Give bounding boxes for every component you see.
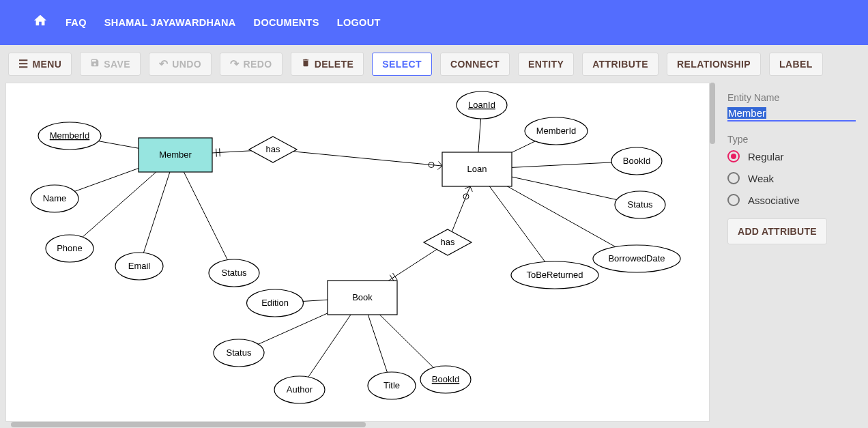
canvas-wrap: MemberIdNamePhoneEmailStatusLoanIdMember… xyxy=(5,83,715,427)
attribute-tobereturned[interactable]: ToBeReturned xyxy=(526,270,583,280)
attribute-status[interactable]: Status xyxy=(227,347,252,358)
svg-line-20 xyxy=(437,166,442,169)
redo-icon: ↷ xyxy=(230,59,239,70)
relationship-button[interactable]: RELATIONSHIP xyxy=(667,53,761,76)
attribute-email[interactable]: Email xyxy=(128,261,151,271)
relationship-has2[interactable]: has xyxy=(441,237,455,247)
type-label: Type xyxy=(727,134,856,145)
svg-line-21 xyxy=(439,162,442,167)
attribute-loanid[interactable]: LoanId xyxy=(468,100,495,110)
attribute-button[interactable]: ATTRIBUTE xyxy=(582,53,659,76)
radio-icon xyxy=(727,150,740,162)
er-canvas[interactable]: MemberIdNamePhoneEmailStatusLoanIdMember… xyxy=(5,83,710,422)
label-button[interactable]: LABEL xyxy=(769,53,823,76)
type-radio-associative[interactable]: Associative xyxy=(727,194,856,206)
svg-line-24 xyxy=(470,186,472,192)
svg-line-29 xyxy=(393,273,398,280)
relationship-has1[interactable]: has xyxy=(266,144,280,154)
nav-faq[interactable]: FAQ xyxy=(66,17,87,28)
undo-icon: ↶ xyxy=(159,59,168,70)
type-radio-regular[interactable]: Regular xyxy=(727,150,856,162)
nav-user[interactable]: SHAMAL JAYAWARDHANA xyxy=(104,17,236,28)
select-button[interactable]: SELECT xyxy=(372,53,432,76)
attribute-borroweddate[interactable]: BorrowedDate xyxy=(608,253,665,263)
entity-loan[interactable]: Loan xyxy=(467,164,487,174)
entity-button[interactable]: ENTITY xyxy=(518,53,574,76)
save-icon xyxy=(90,58,100,70)
entity-member[interactable]: Member xyxy=(159,149,192,160)
attribute-name[interactable]: Name xyxy=(43,193,67,203)
svg-line-18 xyxy=(220,148,220,156)
connect-button[interactable]: CONNECT xyxy=(440,53,510,76)
top-navbar: FAQ SHAMAL JAYAWARDHANA DOCUMENTS LOGOUT xyxy=(0,0,868,45)
redo-button: ↷REDO xyxy=(220,53,282,76)
properties-panel: Entity Name Member Type Regular Weak Ass… xyxy=(715,83,868,427)
entity-name-label: Entity Name xyxy=(727,92,856,103)
radio-icon xyxy=(727,194,740,206)
attribute-status[interactable]: Status xyxy=(222,268,247,278)
entity-name-input[interactable]: Member xyxy=(727,106,856,122)
attribute-memberid[interactable]: MemberId xyxy=(536,126,577,136)
nav-logout[interactable]: LOGOUT xyxy=(337,17,381,28)
toolbar: ☰MENU SAVE ↶UNDO ↷REDO DELETE SELECT CON… xyxy=(0,45,868,83)
trash-icon xyxy=(301,58,310,70)
attribute-bookid[interactable]: BookId xyxy=(623,156,650,166)
attribute-title[interactable]: Title xyxy=(384,380,400,390)
add-attribute-button[interactable]: ADD ATTRIBUTE xyxy=(727,218,827,244)
menu-button[interactable]: ☰MENU xyxy=(8,53,72,76)
entity-book[interactable]: Book xyxy=(352,292,373,302)
svg-line-17 xyxy=(216,149,217,157)
attribute-status[interactable]: Status xyxy=(628,199,653,210)
attribute-edition[interactable]: Edition xyxy=(261,298,289,308)
radio-icon xyxy=(727,172,740,184)
undo-button: ↶UNDO xyxy=(149,53,212,76)
type-radio-weak[interactable]: Weak xyxy=(727,172,856,184)
hamburger-icon: ☰ xyxy=(18,59,28,70)
delete-button[interactable]: DELETE xyxy=(291,52,364,76)
attribute-phone[interactable]: Phone xyxy=(57,243,83,253)
svg-line-4 xyxy=(175,155,234,273)
save-button: SAVE xyxy=(80,52,141,76)
attribute-author[interactable]: Author xyxy=(287,384,313,395)
attribute-bookid[interactable]: BookId xyxy=(432,374,459,384)
vertical-scrollbar[interactable] xyxy=(710,83,715,422)
nav-documents[interactable]: DOCUMENTS xyxy=(254,17,319,28)
home-icon[interactable] xyxy=(33,13,48,32)
horizontal-scrollbar[interactable] xyxy=(5,422,710,427)
attribute-memberid[interactable]: MemberId xyxy=(50,130,90,141)
